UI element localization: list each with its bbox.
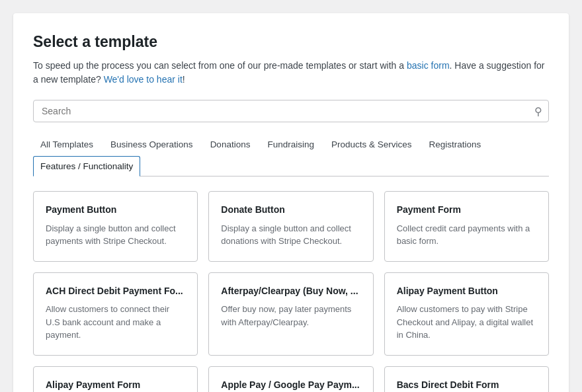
card-description: Offer buy now, pay later payments with A… [221, 303, 360, 329]
template-card-2[interactable]: Payment Form Collect credit card payment… [384, 191, 549, 262]
card-description: Collect credit card payments with a basi… [397, 222, 536, 248]
tab-item-business-operations[interactable]: Business Operations [103, 134, 200, 154]
card-title: Payment Form [397, 204, 536, 217]
description-text-before: To speed up the process you can select f… [33, 60, 407, 71]
template-card-0[interactable]: Payment Button Display a single button a… [33, 191, 198, 262]
tab-item-all-templates[interactable]: All Templates [33, 134, 101, 154]
card-title: Bacs Direct Debit Form [397, 379, 536, 392]
card-description: Display a single button and collect paym… [46, 222, 185, 248]
card-title: Apple Pay / Google Pay Paym... [221, 379, 360, 392]
template-card-7[interactable]: Apple Pay / Google Pay Paym... Offer 1-c… [208, 366, 373, 392]
card-description: Allow customers to pay with Stripe Check… [397, 303, 536, 342]
basic-form-link[interactable]: basic form [407, 60, 450, 71]
tab-item-registrations[interactable]: Registrations [422, 134, 489, 154]
card-title: Donate Button [221, 204, 360, 217]
cards-grid: Payment Button Display a single button a… [33, 191, 549, 392]
template-card-5[interactable]: Alipay Payment Button Allow customers to… [384, 272, 549, 356]
card-title: ACH Direct Debit Payment Fo... [46, 285, 185, 298]
template-card-1[interactable]: Donate Button Display a single button an… [208, 191, 373, 262]
page-title: Select a template [33, 33, 549, 51]
tab-item-fundraising[interactable]: Fundraising [260, 134, 321, 154]
tab-item-products-services[interactable]: Products & Services [324, 134, 419, 154]
card-title: Alipay Payment Button [397, 285, 536, 298]
search-bar: ⚲ [33, 100, 549, 122]
tabs-nav: All TemplatesBusiness OperationsDonation… [33, 134, 549, 176]
tab-item-features-functionality[interactable]: Features / Functionality [33, 156, 140, 176]
tab-item-donations[interactable]: Donations [203, 134, 258, 154]
suggestion-link[interactable]: We'd love to hear it [104, 74, 183, 85]
search-input[interactable] [33, 100, 549, 122]
card-description: Allow customers to connect their U.S ban… [46, 303, 185, 342]
template-card-6[interactable]: Alipay Payment Form Allow customers to p… [33, 366, 198, 392]
card-description: Display a single button and collect dona… [221, 222, 360, 248]
template-card-8[interactable]: Bacs Direct Debit Form Collect payments … [384, 366, 549, 392]
card-title: Alipay Payment Form [46, 379, 185, 392]
description-text-after: ! [183, 74, 185, 85]
template-card-3[interactable]: ACH Direct Debit Payment Fo... Allow cus… [33, 272, 198, 356]
template-card-4[interactable]: Afterpay/Clearpay (Buy Now, ... Offer bu… [208, 272, 373, 356]
page-description: To speed up the process you can select f… [33, 59, 549, 87]
card-title: Payment Button [46, 204, 185, 217]
main-container: Select a template To speed up the proces… [13, 13, 569, 392]
card-title: Afterpay/Clearpay (Buy Now, ... [221, 285, 360, 298]
